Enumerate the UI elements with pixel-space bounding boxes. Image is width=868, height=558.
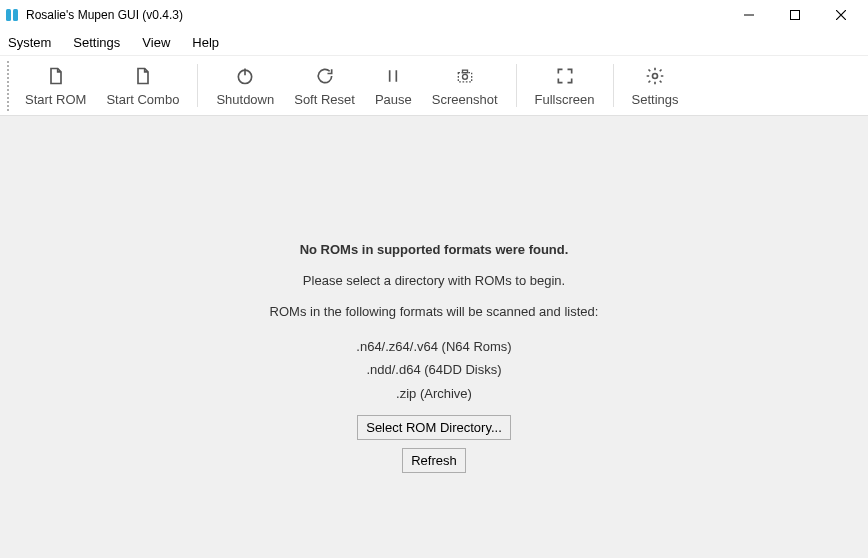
toolbar-separator: [613, 64, 614, 107]
toolbar: Start ROM Start Combo Shutdown Soft Rese…: [0, 55, 868, 116]
menu-help[interactable]: Help: [188, 33, 223, 52]
menu-system[interactable]: System: [4, 33, 55, 52]
format-line: .zip (Archive): [356, 382, 511, 405]
content-area: No ROMs in supported formats were found.…: [0, 116, 868, 558]
start-rom-button[interactable]: Start ROM: [15, 60, 96, 111]
settings-button[interactable]: Settings: [622, 60, 689, 111]
toolbar-label: Start Combo: [106, 92, 179, 107]
format-line: .n64/.z64/.v64 (N64 Roms): [356, 335, 511, 358]
menubar: System Settings View Help: [0, 30, 868, 55]
window-title: Rosalie's Mupen GUI (v0.4.3): [26, 8, 183, 22]
shutdown-button[interactable]: Shutdown: [206, 60, 284, 111]
refresh-button[interactable]: Refresh: [402, 448, 466, 473]
svg-point-6: [462, 74, 467, 79]
file-icon: [46, 64, 66, 88]
toolbar-label: Start ROM: [25, 92, 86, 107]
app-icon: [4, 7, 20, 23]
pause-icon: [383, 64, 403, 88]
empty-state-heading: No ROMs in supported formats were found.: [300, 242, 569, 257]
svg-point-7: [653, 74, 658, 79]
start-combo-button[interactable]: Start Combo: [96, 60, 189, 111]
toolbar-label: Screenshot: [432, 92, 498, 107]
file-icon: [133, 64, 153, 88]
toolbar-separator: [197, 64, 198, 107]
menu-settings[interactable]: Settings: [69, 33, 124, 52]
camera-icon: [455, 64, 475, 88]
select-rom-directory-button[interactable]: Select ROM Directory...: [357, 415, 511, 440]
screenshot-button[interactable]: Screenshot: [422, 60, 508, 111]
format-line: .ndd/.d64 (64DD Disks): [356, 358, 511, 381]
minimize-button[interactable]: [726, 0, 772, 30]
formats-intro: ROMs in the following formats will be sc…: [270, 304, 599, 319]
toolbar-label: Settings: [632, 92, 679, 107]
svg-rect-1: [13, 9, 18, 21]
svg-rect-5: [462, 70, 467, 73]
formats-list: .n64/.z64/.v64 (N64 Roms) .ndd/.d64 (64D…: [356, 335, 511, 405]
toolbar-label: Pause: [375, 92, 412, 107]
svg-rect-0: [6, 9, 11, 21]
fullscreen-icon: [555, 64, 575, 88]
menu-view[interactable]: View: [138, 33, 174, 52]
power-icon: [235, 64, 255, 88]
maximize-button[interactable]: [772, 0, 818, 30]
toolbar-separator: [516, 64, 517, 107]
soft-reset-button[interactable]: Soft Reset: [284, 60, 365, 111]
titlebar: Rosalie's Mupen GUI (v0.4.3): [0, 0, 868, 30]
svg-rect-2: [791, 11, 800, 20]
close-button[interactable]: [818, 0, 864, 30]
empty-state-subheading: Please select a directory with ROMs to b…: [303, 273, 565, 288]
refresh-icon: [315, 64, 335, 88]
gear-icon: [645, 64, 665, 88]
toolbar-grip: [6, 60, 11, 111]
pause-button[interactable]: Pause: [365, 60, 422, 111]
toolbar-label: Soft Reset: [294, 92, 355, 107]
toolbar-label: Shutdown: [216, 92, 274, 107]
fullscreen-button[interactable]: Fullscreen: [525, 60, 605, 111]
toolbar-label: Fullscreen: [535, 92, 595, 107]
